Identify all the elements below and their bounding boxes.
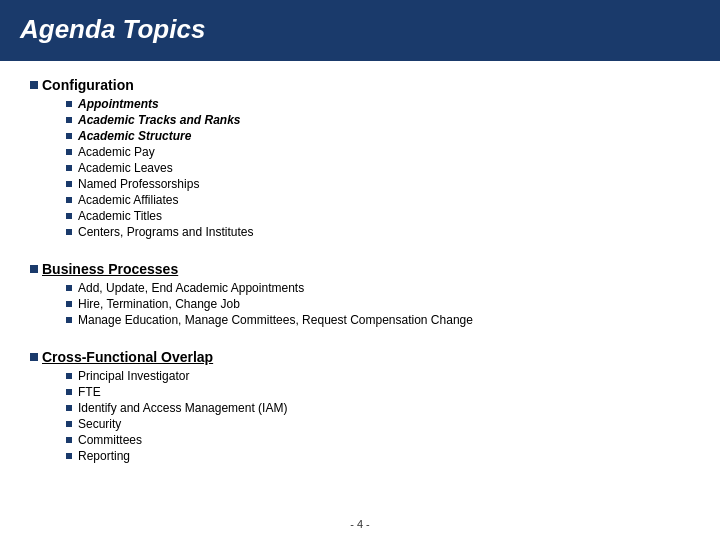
list-item: Academic Titles	[66, 209, 253, 223]
sub-bullet-icon	[66, 149, 72, 155]
sub-bullet-icon	[66, 285, 72, 291]
list-item: Hire, Termination, Change Job	[66, 297, 473, 311]
list-item: Security	[66, 417, 287, 431]
cross-functional-title: Cross-Functional Overlap	[42, 349, 287, 365]
sub-bullet-icon	[66, 117, 72, 123]
item-text: Security	[78, 417, 121, 431]
sub-bullet-icon	[66, 317, 72, 323]
sub-bullet-icon	[66, 213, 72, 219]
page-number: - 4 -	[350, 518, 370, 530]
item-text: Appointments	[78, 97, 159, 111]
configuration-section: Configuration Appointments Academic Trac…	[30, 77, 690, 251]
page-title: Agenda Topics	[20, 14, 205, 44]
list-item: Named Professorships	[66, 177, 253, 191]
sub-bullet-icon	[66, 197, 72, 203]
list-item: Appointments	[66, 97, 253, 111]
section-bullet-configuration	[30, 81, 38, 89]
sub-bullet-icon	[66, 101, 72, 107]
list-item: Academic Tracks and Ranks	[66, 113, 253, 127]
cross-functional-list: Principal Investigator FTE Identify and …	[66, 369, 287, 463]
item-text: Academic Leaves	[78, 161, 173, 175]
item-text: Manage Education, Manage Committees, Req…	[78, 313, 473, 327]
item-text: Hire, Termination, Change Job	[78, 297, 240, 311]
sub-bullet-icon	[66, 229, 72, 235]
list-item: Academic Affiliates	[66, 193, 253, 207]
sub-bullet-icon	[66, 405, 72, 411]
item-text: Academic Affiliates	[78, 193, 179, 207]
list-item: Academic Pay	[66, 145, 253, 159]
sub-bullet-icon	[66, 301, 72, 307]
sub-bullet-icon	[66, 453, 72, 459]
cross-functional-section: Cross-Functional Overlap Principal Inves…	[30, 349, 690, 475]
sub-bullet-icon	[66, 181, 72, 187]
list-item: Centers, Programs and Institutes	[66, 225, 253, 239]
content-area: Configuration Appointments Academic Trac…	[0, 61, 720, 495]
item-text: Named Professorships	[78, 177, 199, 191]
configuration-block: Configuration Appointments Academic Trac…	[42, 77, 253, 241]
item-text: Academic Pay	[78, 145, 155, 159]
section-bullet-cross	[30, 353, 38, 361]
section-bullet-business	[30, 265, 38, 273]
configuration-title: Configuration	[42, 77, 253, 93]
list-item: Identify and Access Management (IAM)	[66, 401, 287, 415]
configuration-list: Appointments Academic Tracks and Ranks A…	[66, 97, 253, 239]
page-header: Agenda Topics	[0, 0, 720, 61]
item-text: Centers, Programs and Institutes	[78, 225, 253, 239]
list-item: Committees	[66, 433, 287, 447]
sub-bullet-icon	[66, 389, 72, 395]
sub-bullet-icon	[66, 373, 72, 379]
sub-bullet-icon	[66, 421, 72, 427]
item-text: Add, Update, End Academic Appointments	[78, 281, 304, 295]
business-block: Business Processes Add, Update, End Acad…	[42, 261, 473, 329]
page-footer: - 4 -	[0, 518, 720, 530]
item-text: Academic Titles	[78, 209, 162, 223]
sub-bullet-icon	[66, 437, 72, 443]
business-title: Business Processes	[42, 261, 473, 277]
list-item: Manage Education, Manage Committees, Req…	[66, 313, 473, 327]
list-item: Reporting	[66, 449, 287, 463]
item-text: Academic Structure	[78, 129, 191, 143]
list-item: Academic Leaves	[66, 161, 253, 175]
item-text: FTE	[78, 385, 101, 399]
sub-bullet-icon	[66, 133, 72, 139]
list-item: FTE	[66, 385, 287, 399]
item-text: Reporting	[78, 449, 130, 463]
business-list: Add, Update, End Academic Appointments H…	[66, 281, 473, 327]
list-item: Academic Structure	[66, 129, 253, 143]
item-text: Committees	[78, 433, 142, 447]
cross-functional-block: Cross-Functional Overlap Principal Inves…	[42, 349, 287, 465]
item-text: Principal Investigator	[78, 369, 189, 383]
business-processes-section: Business Processes Add, Update, End Acad…	[30, 261, 690, 339]
item-text: Academic Tracks and Ranks	[78, 113, 241, 127]
item-text: Identify and Access Management (IAM)	[78, 401, 287, 415]
list-item: Principal Investigator	[66, 369, 287, 383]
list-item: Add, Update, End Academic Appointments	[66, 281, 473, 295]
sub-bullet-icon	[66, 165, 72, 171]
